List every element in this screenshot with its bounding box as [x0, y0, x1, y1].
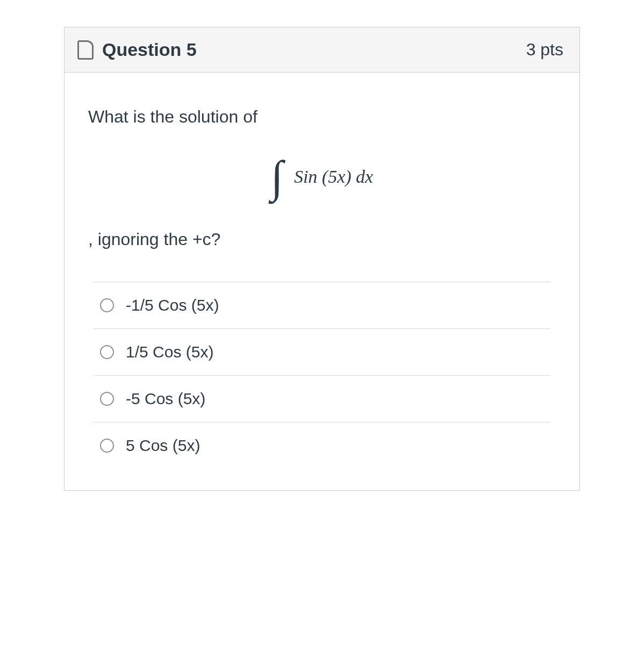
question-header: Question 5 3 pts: [65, 27, 579, 73]
radio-icon[interactable]: [100, 392, 114, 406]
question-card: Question 5 3 pts What is the solution of…: [64, 27, 580, 491]
radio-icon[interactable]: [100, 345, 114, 359]
question-title: Question 5: [102, 39, 197, 60]
integral-expression: ∫ Sin (5x) dx: [88, 150, 556, 203]
option-label: -5 Cos (5x): [126, 390, 205, 408]
option-label: 1/5 Cos (5x): [126, 343, 213, 361]
integral-sign: ∫: [271, 150, 283, 203]
options-list: -1/5 Cos (5x) 1/5 Cos (5x) -5 Cos (5x) 5…: [94, 282, 550, 469]
radio-icon[interactable]: [100, 298, 114, 312]
option-label: -1/5 Cos (5x): [126, 296, 219, 314]
option-label: 5 Cos (5x): [126, 436, 200, 455]
option-row[interactable]: 1/5 Cos (5x): [94, 328, 550, 375]
option-row[interactable]: -5 Cos (5x): [94, 375, 550, 422]
option-row[interactable]: -1/5 Cos (5x): [94, 282, 550, 328]
header-left: Question 5: [77, 39, 197, 60]
integrand-text: Sin (5x) dx: [294, 166, 373, 186]
question-prompt-line1: What is the solution of: [88, 105, 556, 129]
question-body: What is the solution of ∫ Sin (5x) dx , …: [65, 73, 579, 490]
radio-icon[interactable]: [100, 439, 114, 453]
question-prompt-line2: , ignoring the +c?: [88, 230, 556, 249]
points-label: 3 pts: [526, 40, 563, 60]
flag-icon[interactable]: [77, 40, 94, 60]
option-row[interactable]: 5 Cos (5x): [94, 422, 550, 469]
